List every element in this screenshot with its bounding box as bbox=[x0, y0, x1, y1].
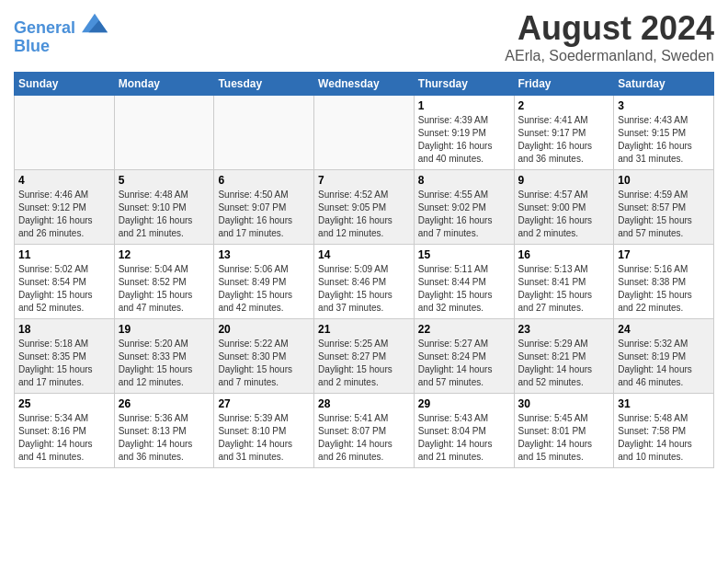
day-info: Sunrise: 5:41 AM Sunset: 8:07 PM Dayligh… bbox=[318, 412, 410, 464]
calendar-table: SundayMondayTuesdayWednesdayThursdayFrid… bbox=[14, 72, 714, 468]
page-header: General Blue August 2024 AErla, Soederma… bbox=[14, 9, 714, 64]
calendar-cell: 30Sunrise: 5:45 AM Sunset: 8:01 PM Dayli… bbox=[514, 394, 614, 468]
calendar-cell: 12Sunrise: 5:04 AM Sunset: 8:52 PM Dayli… bbox=[114, 245, 214, 319]
day-info: Sunrise: 4:55 AM Sunset: 9:02 PM Dayligh… bbox=[418, 189, 510, 240]
day-number: 4 bbox=[18, 174, 110, 187]
day-info: Sunrise: 5:25 AM Sunset: 8:27 PM Dayligh… bbox=[318, 338, 410, 389]
calendar-cell: 31Sunrise: 5:48 AM Sunset: 7:58 PM Dayli… bbox=[614, 394, 714, 468]
calendar-cell: 17Sunrise: 5:16 AM Sunset: 8:38 PM Dayli… bbox=[614, 245, 714, 319]
day-info: Sunrise: 5:16 AM Sunset: 8:38 PM Dayligh… bbox=[618, 263, 710, 315]
day-info: Sunrise: 4:41 AM Sunset: 9:17 PM Dayligh… bbox=[518, 114, 610, 166]
day-number: 12 bbox=[119, 248, 210, 261]
day-info: Sunrise: 4:46 AM Sunset: 9:12 PM Dayligh… bbox=[18, 189, 110, 240]
day-number: 9 bbox=[518, 174, 610, 187]
day-number: 21 bbox=[318, 323, 410, 336]
calendar-cell bbox=[314, 96, 415, 170]
header-day-thursday: Thursday bbox=[414, 73, 514, 96]
calendar-cell: 2Sunrise: 4:41 AM Sunset: 9:17 PM Daylig… bbox=[514, 96, 614, 170]
day-info: Sunrise: 5:09 AM Sunset: 8:46 PM Dayligh… bbox=[318, 263, 410, 315]
calendar-cell: 1Sunrise: 4:39 AM Sunset: 9:19 PM Daylig… bbox=[414, 96, 514, 170]
calendar-cell: 18Sunrise: 5:18 AM Sunset: 8:35 PM Dayli… bbox=[15, 319, 115, 394]
calendar-cell: 10Sunrise: 4:59 AM Sunset: 8:57 PM Dayli… bbox=[614, 170, 714, 245]
day-info: Sunrise: 5:22 AM Sunset: 8:30 PM Dayligh… bbox=[218, 338, 310, 389]
day-info: Sunrise: 5:20 AM Sunset: 8:33 PM Dayligh… bbox=[119, 338, 210, 389]
day-info: Sunrise: 5:11 AM Sunset: 8:44 PM Dayligh… bbox=[418, 263, 510, 315]
header-day-friday: Friday bbox=[514, 73, 614, 96]
page-title: August 2024 bbox=[505, 9, 714, 48]
week-row-5: 25Sunrise: 5:34 AM Sunset: 8:16 PM Dayli… bbox=[15, 394, 714, 468]
day-number: 30 bbox=[518, 397, 610, 410]
day-number: 20 bbox=[218, 323, 310, 336]
day-number: 13 bbox=[218, 248, 310, 261]
day-number: 10 bbox=[618, 174, 710, 187]
day-info: Sunrise: 5:13 AM Sunset: 8:41 PM Dayligh… bbox=[518, 263, 610, 315]
day-info: Sunrise: 5:36 AM Sunset: 8:13 PM Dayligh… bbox=[119, 412, 210, 464]
day-number: 22 bbox=[418, 323, 510, 336]
header-day-wednesday: Wednesday bbox=[314, 73, 415, 96]
calendar-cell: 11Sunrise: 5:02 AM Sunset: 8:54 PM Dayli… bbox=[15, 245, 115, 319]
week-row-4: 18Sunrise: 5:18 AM Sunset: 8:35 PM Dayli… bbox=[15, 319, 714, 394]
day-info: Sunrise: 5:32 AM Sunset: 8:19 PM Dayligh… bbox=[618, 338, 710, 389]
day-info: Sunrise: 4:57 AM Sunset: 9:00 PM Dayligh… bbox=[518, 189, 610, 240]
day-number: 24 bbox=[618, 323, 710, 336]
calendar-cell bbox=[114, 96, 214, 170]
day-number: 31 bbox=[618, 397, 710, 410]
day-info: Sunrise: 5:18 AM Sunset: 8:35 PM Dayligh… bbox=[18, 338, 110, 389]
header-row: SundayMondayTuesdayWednesdayThursdayFrid… bbox=[15, 73, 714, 96]
day-info: Sunrise: 4:52 AM Sunset: 9:05 PM Dayligh… bbox=[318, 189, 410, 240]
calendar-cell: 23Sunrise: 5:29 AM Sunset: 8:21 PM Dayli… bbox=[514, 319, 614, 394]
calendar-cell: 13Sunrise: 5:06 AM Sunset: 8:49 PM Dayli… bbox=[214, 245, 314, 319]
logo: General Blue bbox=[14, 13, 108, 56]
day-info: Sunrise: 5:39 AM Sunset: 8:10 PM Dayligh… bbox=[218, 412, 310, 464]
calendar-cell: 28Sunrise: 5:41 AM Sunset: 8:07 PM Dayli… bbox=[314, 394, 415, 468]
day-info: Sunrise: 5:34 AM Sunset: 8:16 PM Dayligh… bbox=[18, 412, 110, 464]
calendar-cell bbox=[214, 96, 314, 170]
week-row-1: 1Sunrise: 4:39 AM Sunset: 9:19 PM Daylig… bbox=[15, 96, 714, 170]
day-info: Sunrise: 5:27 AM Sunset: 8:24 PM Dayligh… bbox=[418, 338, 510, 389]
calendar-cell: 14Sunrise: 5:09 AM Sunset: 8:46 PM Dayli… bbox=[314, 245, 415, 319]
day-number: 7 bbox=[318, 174, 410, 187]
header-day-saturday: Saturday bbox=[614, 73, 714, 96]
day-info: Sunrise: 4:59 AM Sunset: 8:57 PM Dayligh… bbox=[618, 189, 710, 240]
day-info: Sunrise: 4:50 AM Sunset: 9:07 PM Dayligh… bbox=[218, 189, 310, 240]
day-info: Sunrise: 4:43 AM Sunset: 9:15 PM Dayligh… bbox=[618, 114, 710, 166]
day-number: 11 bbox=[18, 248, 110, 261]
calendar-cell: 5Sunrise: 4:48 AM Sunset: 9:10 PM Daylig… bbox=[114, 170, 214, 245]
day-number: 17 bbox=[618, 248, 710, 261]
calendar-cell: 4Sunrise: 4:46 AM Sunset: 9:12 PM Daylig… bbox=[15, 170, 115, 245]
day-info: Sunrise: 5:48 AM Sunset: 7:58 PM Dayligh… bbox=[618, 412, 710, 464]
calendar-cell: 7Sunrise: 4:52 AM Sunset: 9:05 PM Daylig… bbox=[314, 170, 415, 245]
calendar-cell: 26Sunrise: 5:36 AM Sunset: 8:13 PM Dayli… bbox=[114, 394, 214, 468]
calendar-cell: 25Sunrise: 5:34 AM Sunset: 8:16 PM Dayli… bbox=[15, 394, 115, 468]
day-number: 25 bbox=[18, 397, 110, 410]
day-number: 19 bbox=[119, 323, 210, 336]
logo-blue-text: Blue bbox=[14, 38, 108, 56]
day-number: 15 bbox=[418, 248, 510, 261]
day-number: 5 bbox=[119, 174, 210, 187]
day-info: Sunrise: 5:06 AM Sunset: 8:49 PM Dayligh… bbox=[218, 263, 310, 315]
calendar-cell bbox=[15, 96, 115, 170]
day-number: 14 bbox=[318, 248, 410, 261]
calendar-cell: 16Sunrise: 5:13 AM Sunset: 8:41 PM Dayli… bbox=[514, 245, 614, 319]
header-day-tuesday: Tuesday bbox=[214, 73, 314, 96]
day-info: Sunrise: 4:39 AM Sunset: 9:19 PM Dayligh… bbox=[418, 114, 510, 166]
day-number: 29 bbox=[418, 397, 510, 410]
day-number: 1 bbox=[418, 99, 510, 112]
logo-icon bbox=[82, 13, 108, 33]
calendar-cell: 8Sunrise: 4:55 AM Sunset: 9:02 PM Daylig… bbox=[414, 170, 514, 245]
day-number: 18 bbox=[18, 323, 110, 336]
day-number: 16 bbox=[518, 248, 610, 261]
calendar-cell: 9Sunrise: 4:57 AM Sunset: 9:00 PM Daylig… bbox=[514, 170, 614, 245]
header-day-sunday: Sunday bbox=[15, 73, 115, 96]
header-day-monday: Monday bbox=[114, 73, 214, 96]
day-info: Sunrise: 5:02 AM Sunset: 8:54 PM Dayligh… bbox=[18, 263, 110, 315]
week-row-2: 4Sunrise: 4:46 AM Sunset: 9:12 PM Daylig… bbox=[15, 170, 714, 245]
day-number: 3 bbox=[618, 99, 710, 112]
day-number: 27 bbox=[218, 397, 310, 410]
calendar-cell: 27Sunrise: 5:39 AM Sunset: 8:10 PM Dayli… bbox=[214, 394, 314, 468]
title-block: August 2024 AErla, Soedermanland, Sweden bbox=[505, 9, 714, 64]
calendar-cell: 20Sunrise: 5:22 AM Sunset: 8:30 PM Dayli… bbox=[214, 319, 314, 394]
calendar-cell: 29Sunrise: 5:43 AM Sunset: 8:04 PM Dayli… bbox=[414, 394, 514, 468]
day-number: 6 bbox=[218, 174, 310, 187]
calendar-cell: 3Sunrise: 4:43 AM Sunset: 9:15 PM Daylig… bbox=[614, 96, 714, 170]
